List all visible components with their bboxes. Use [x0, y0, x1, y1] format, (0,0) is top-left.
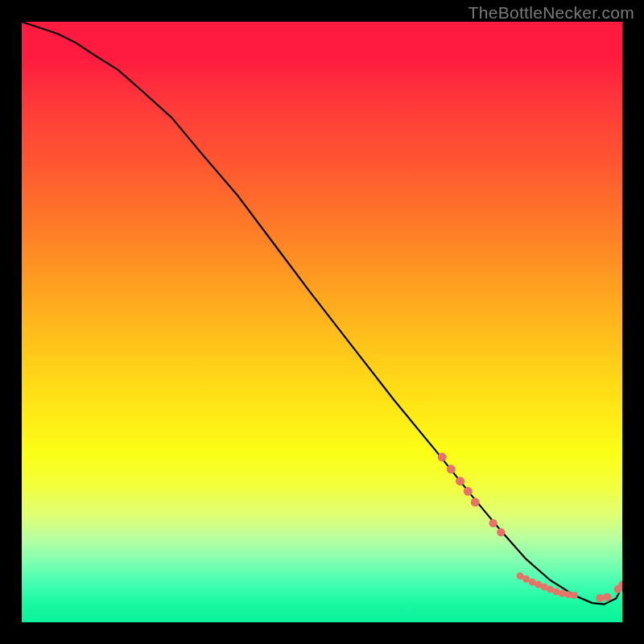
curve-line [22, 22, 622, 605]
marker-dot [497, 528, 505, 536]
curve-path-group [22, 22, 622, 605]
markers-group [438, 452, 622, 602]
marker-dot [447, 464, 456, 473]
marker-dot [438, 452, 447, 461]
chart-frame: TheBottleNecker.com [0, 0, 644, 644]
marker-dot [471, 497, 480, 506]
marker-dot [559, 590, 566, 597]
marker-dot [571, 592, 578, 599]
chart-svg [22, 22, 622, 622]
marker-dot [456, 477, 464, 485]
marker-dot [603, 593, 611, 601]
marker-dot [489, 519, 497, 527]
marker-dot [596, 594, 604, 602]
watermark-text: TheBottleNecker.com [469, 3, 634, 23]
plot-area [22, 22, 622, 622]
marker-dot [464, 487, 473, 496]
